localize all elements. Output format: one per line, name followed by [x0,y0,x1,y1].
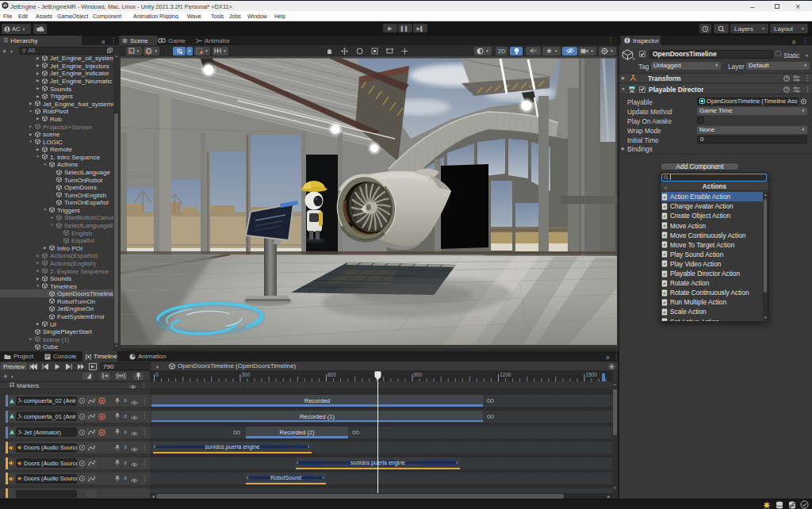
svg-text:1200: 1200 [500,372,511,377]
svg-text:1500: 1500 [586,372,598,377]
svg-text:300: 300 [242,372,251,377]
svg-text:?: ? [785,76,787,81]
svg-text:?: ? [785,87,787,92]
svg-text:600: 600 [327,372,336,377]
svg-text:900: 900 [414,372,423,377]
svg-text:0: 0 [155,372,159,377]
